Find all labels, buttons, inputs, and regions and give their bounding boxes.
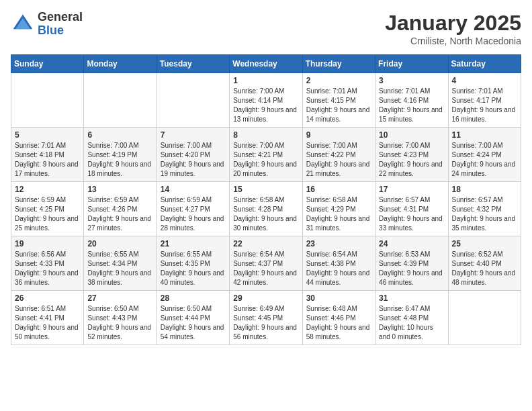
calendar-cell: 24Sunrise: 6:53 AM Sunset: 4:39 PM Dayli… <box>375 236 448 291</box>
day-number: 8 <box>233 130 298 140</box>
day-info: Sunrise: 6:59 AM Sunset: 4:25 PM Dayligh… <box>15 195 80 233</box>
calendar-cell: 31Sunrise: 6:47 AM Sunset: 4:48 PM Dayli… <box>375 291 448 345</box>
calendar-cell: 28Sunrise: 6:50 AM Sunset: 4:44 PM Dayli… <box>157 291 229 345</box>
day-info: Sunrise: 7:00 AM Sunset: 4:19 PM Dayligh… <box>87 141 152 179</box>
day-info: Sunrise: 6:48 AM Sunset: 4:46 PM Dayligh… <box>306 304 371 342</box>
day-info: Sunrise: 6:57 AM Sunset: 4:32 PM Dayligh… <box>452 195 517 233</box>
day-info: Sunrise: 6:53 AM Sunset: 4:39 PM Dayligh… <box>379 250 444 287</box>
day-info: Sunrise: 6:51 AM Sunset: 4:41 PM Dayligh… <box>15 304 80 342</box>
day-info: Sunrise: 7:00 AM Sunset: 4:22 PM Dayligh… <box>306 141 371 179</box>
day-info: Sunrise: 6:49 AM Sunset: 4:45 PM Dayligh… <box>233 304 298 342</box>
calendar-week-2: 5Sunrise: 7:01 AM Sunset: 4:18 PM Daylig… <box>11 128 521 182</box>
day-number: 23 <box>306 239 371 248</box>
logo-general-label: General <box>38 11 83 24</box>
day-info: Sunrise: 6:57 AM Sunset: 4:31 PM Dayligh… <box>379 195 444 233</box>
calendar-week-3: 12Sunrise: 6:59 AM Sunset: 4:25 PM Dayli… <box>11 182 521 236</box>
day-number: 1 <box>233 76 298 85</box>
day-info: Sunrise: 6:54 AM Sunset: 4:37 PM Dayligh… <box>233 250 298 287</box>
day-number: 13 <box>87 185 152 194</box>
calendar-cell: 26Sunrise: 6:51 AM Sunset: 4:41 PM Dayli… <box>11 291 84 345</box>
day-info: Sunrise: 7:01 AM Sunset: 4:18 PM Dayligh… <box>15 141 80 179</box>
day-number: 24 <box>379 239 444 248</box>
calendar-cell: 25Sunrise: 6:52 AM Sunset: 4:40 PM Dayli… <box>448 236 521 291</box>
logo-blue-label: Blue <box>38 24 83 38</box>
day-info: Sunrise: 7:01 AM Sunset: 4:15 PM Dayligh… <box>306 87 371 124</box>
title-block: January 2025 Crniliste, North Macedonia <box>385 11 521 46</box>
calendar-cell <box>157 73 229 128</box>
day-number: 27 <box>87 293 152 303</box>
day-info: Sunrise: 6:56 AM Sunset: 4:33 PM Dayligh… <box>15 250 80 287</box>
calendar-cell: 19Sunrise: 6:56 AM Sunset: 4:33 PM Dayli… <box>11 236 84 291</box>
logo: General Blue <box>11 11 83 38</box>
day-number: 15 <box>233 185 298 194</box>
day-info: Sunrise: 6:59 AM Sunset: 4:26 PM Dayligh… <box>87 195 152 233</box>
day-number: 6 <box>87 130 152 140</box>
day-info: Sunrise: 6:52 AM Sunset: 4:40 PM Dayligh… <box>452 250 517 287</box>
day-number: 20 <box>87 239 152 248</box>
calendar-cell <box>448 291 521 345</box>
day-info: Sunrise: 6:50 AM Sunset: 4:44 PM Dayligh… <box>161 304 226 342</box>
calendar-cell: 3Sunrise: 7:01 AM Sunset: 4:16 PM Daylig… <box>375 73 448 128</box>
calendar-cell: 18Sunrise: 6:57 AM Sunset: 4:32 PM Dayli… <box>448 182 521 236</box>
calendar-cell: 20Sunrise: 6:55 AM Sunset: 4:34 PM Dayli… <box>84 236 157 291</box>
calendar-cell: 13Sunrise: 6:59 AM Sunset: 4:26 PM Dayli… <box>84 182 157 236</box>
day-info: Sunrise: 7:00 AM Sunset: 4:20 PM Dayligh… <box>161 141 226 179</box>
calendar-cell: 16Sunrise: 6:58 AM Sunset: 4:29 PM Dayli… <box>302 182 375 236</box>
day-header-tuesday: Tuesday <box>157 55 229 73</box>
day-info: Sunrise: 6:55 AM Sunset: 4:35 PM Dayligh… <box>161 250 226 287</box>
day-info: Sunrise: 7:00 AM Sunset: 4:14 PM Dayligh… <box>233 87 298 124</box>
day-number: 2 <box>306 76 371 85</box>
day-number: 22 <box>233 239 298 248</box>
day-number: 3 <box>379 76 444 85</box>
calendar-cell: 11Sunrise: 7:00 AM Sunset: 4:24 PM Dayli… <box>448 128 521 182</box>
calendar-week-4: 19Sunrise: 6:56 AM Sunset: 4:33 PM Dayli… <box>11 236 521 291</box>
logo-text: General Blue <box>38 11 83 38</box>
day-number: 4 <box>452 76 517 85</box>
calendar-cell: 12Sunrise: 6:59 AM Sunset: 4:25 PM Dayli… <box>11 182 84 236</box>
month-title: January 2025 <box>385 11 521 36</box>
calendar-cell: 21Sunrise: 6:55 AM Sunset: 4:35 PM Dayli… <box>157 236 229 291</box>
location-subtitle: Crniliste, North Macedonia <box>385 36 521 46</box>
day-number: 26 <box>15 293 80 303</box>
day-info: Sunrise: 6:59 AM Sunset: 4:27 PM Dayligh… <box>161 195 226 233</box>
calendar-cell: 4Sunrise: 7:01 AM Sunset: 4:17 PM Daylig… <box>448 73 521 128</box>
day-number: 11 <box>452 130 517 140</box>
day-header-monday: Monday <box>84 55 157 73</box>
calendar-cell: 15Sunrise: 6:58 AM Sunset: 4:28 PM Dayli… <box>230 182 302 236</box>
day-header-friday: Friday <box>375 55 448 73</box>
day-info: Sunrise: 6:54 AM Sunset: 4:38 PM Dayligh… <box>306 250 371 287</box>
day-header-thursday: Thursday <box>302 55 375 73</box>
day-header-saturday: Saturday <box>448 55 521 73</box>
day-number: 28 <box>161 293 226 303</box>
day-number: 7 <box>161 130 226 140</box>
calendar-cell: 27Sunrise: 6:50 AM Sunset: 4:43 PM Dayli… <box>84 291 157 345</box>
calendar-cell: 10Sunrise: 7:00 AM Sunset: 4:23 PM Dayli… <box>375 128 448 182</box>
calendar-cell: 23Sunrise: 6:54 AM Sunset: 4:38 PM Dayli… <box>302 236 375 291</box>
day-info: Sunrise: 7:00 AM Sunset: 4:24 PM Dayligh… <box>452 141 517 179</box>
day-info: Sunrise: 6:50 AM Sunset: 4:43 PM Dayligh… <box>87 304 152 342</box>
day-number: 14 <box>161 185 226 194</box>
day-info: Sunrise: 6:55 AM Sunset: 4:34 PM Dayligh… <box>87 250 152 287</box>
calendar-cell: 5Sunrise: 7:01 AM Sunset: 4:18 PM Daylig… <box>11 128 84 182</box>
calendar-cell: 29Sunrise: 6:49 AM Sunset: 4:45 PM Dayli… <box>230 291 302 345</box>
day-number: 29 <box>233 293 298 303</box>
day-number: 21 <box>161 239 226 248</box>
day-header-sunday: Sunday <box>11 55 84 73</box>
day-info: Sunrise: 7:00 AM Sunset: 4:23 PM Dayligh… <box>379 141 444 179</box>
calendar-table: SundayMondayTuesdayWednesdayThursdayFrid… <box>11 54 521 345</box>
day-number: 18 <box>452 185 517 194</box>
calendar-cell: 9Sunrise: 7:00 AM Sunset: 4:22 PM Daylig… <box>302 128 375 182</box>
day-header-wednesday: Wednesday <box>230 55 302 73</box>
day-info: Sunrise: 6:58 AM Sunset: 4:29 PM Dayligh… <box>306 195 371 233</box>
day-number: 17 <box>379 185 444 194</box>
day-number: 12 <box>15 185 80 194</box>
calendar-cell: 7Sunrise: 7:00 AM Sunset: 4:20 PM Daylig… <box>157 128 229 182</box>
day-info: Sunrise: 7:01 AM Sunset: 4:17 PM Dayligh… <box>452 87 517 124</box>
day-info: Sunrise: 7:00 AM Sunset: 4:21 PM Dayligh… <box>233 141 298 179</box>
calendar-cell: 17Sunrise: 6:57 AM Sunset: 4:31 PM Dayli… <box>375 182 448 236</box>
calendar-cell <box>84 73 157 128</box>
calendar-cell: 6Sunrise: 7:00 AM Sunset: 4:19 PM Daylig… <box>84 128 157 182</box>
calendar-week-5: 26Sunrise: 6:51 AM Sunset: 4:41 PM Dayli… <box>11 291 521 345</box>
calendar-cell <box>11 73 84 128</box>
day-number: 9 <box>306 130 371 140</box>
